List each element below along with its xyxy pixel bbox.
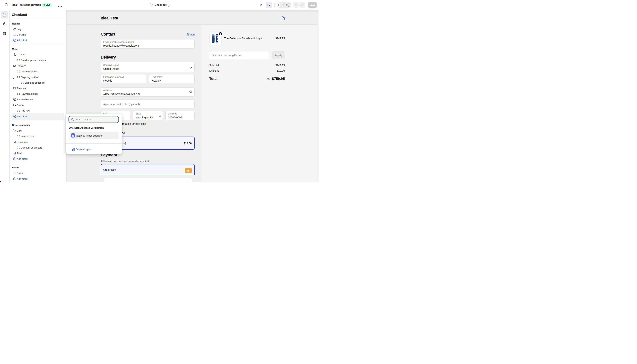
svg-text:liquid: liquid — [217, 36, 219, 41]
